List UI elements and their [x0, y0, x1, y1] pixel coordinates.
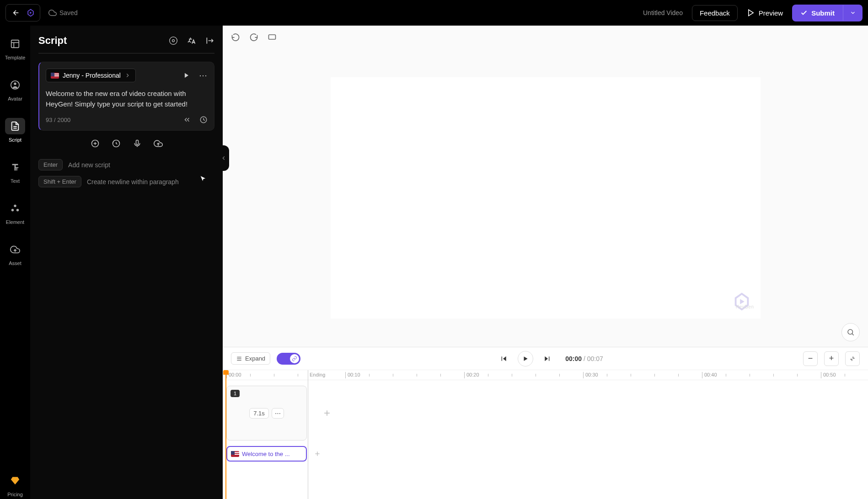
- ending-marker: [308, 370, 308, 499]
- submit-group: Submit: [792, 5, 863, 21]
- expand-button[interactable]: Expand: [231, 352, 270, 365]
- nav-element[interactable]: Element: [3, 198, 27, 227]
- search-icon: [847, 328, 855, 336]
- rewind-icon[interactable]: [183, 116, 191, 124]
- scene-clip[interactable]: 1 7.1s ⋯: [226, 386, 307, 441]
- voice-selector[interactable]: Jenny - Professional: [46, 69, 136, 82]
- svg-point-22: [848, 329, 853, 334]
- ruler-tick: 00:50: [821, 372, 836, 378]
- play-button[interactable]: [518, 351, 533, 366]
- cloud-icon: [48, 9, 57, 17]
- time-display: 00:00 / 00:07: [565, 355, 603, 362]
- upload-icon[interactable]: [154, 139, 163, 148]
- translate-icon[interactable]: [187, 36, 196, 45]
- add-audio-button[interactable]: [311, 446, 324, 462]
- text-icon: [10, 162, 20, 172]
- collapse-panel[interactable]: [218, 145, 229, 171]
- play-icon[interactable]: [183, 72, 190, 79]
- svg-line-23: [852, 334, 854, 335]
- mic-icon[interactable]: [133, 139, 142, 148]
- svg-marker-27: [503, 356, 506, 361]
- svg-point-8: [14, 205, 16, 207]
- canvas-frame[interactable]: HeyGen: [331, 77, 761, 319]
- submit-button[interactable]: Submit: [792, 5, 843, 21]
- saved-label: Saved: [59, 9, 78, 16]
- skip-back-icon[interactable]: [500, 355, 508, 362]
- ruler-tick: 00:20: [464, 372, 479, 378]
- hint-enter: Enter Add new script: [38, 159, 214, 170]
- play-fill-icon: [522, 356, 529, 362]
- svg-marker-13: [185, 73, 188, 78]
- hint-shift-enter: Shift + Enter Create newline within para…: [38, 176, 214, 187]
- save-status: Saved: [48, 9, 78, 17]
- add-icon[interactable]: [91, 139, 100, 148]
- history-icon[interactable]: [112, 139, 121, 148]
- ruler-tick: 00:10: [345, 372, 360, 378]
- export-icon[interactable]: [205, 36, 214, 45]
- template-icon: [10, 39, 20, 49]
- add-scene-button[interactable]: [314, 386, 340, 441]
- timeline-ruler[interactable]: Ending 00:0000:1000:2000:3000:4000:50: [223, 370, 868, 380]
- svg-point-11: [172, 40, 175, 42]
- submit-dropdown[interactable]: [843, 5, 863, 21]
- script-card: Jenny - Professional ⋯ Welcome to the ne…: [38, 62, 214, 131]
- scene-more-icon[interactable]: ⋯: [272, 408, 284, 419]
- svg-rect-21: [269, 35, 276, 39]
- aspect-ratio-icon[interactable]: [268, 32, 277, 42]
- undo-icon[interactable]: [231, 32, 240, 42]
- nav-template[interactable]: Template: [3, 34, 27, 62]
- panel-title: Script: [38, 35, 67, 47]
- ruler-tick: 00:30: [583, 372, 598, 378]
- sidebar-nav: Template Avatar Script Text Element Asse…: [0, 26, 30, 499]
- svg-rect-1: [11, 40, 19, 48]
- svg-marker-30: [545, 356, 548, 361]
- svg-marker-29: [524, 356, 528, 361]
- chevron-right-icon: [124, 72, 131, 79]
- preview-button[interactable]: Preview: [747, 9, 783, 17]
- playhead[interactable]: [225, 370, 226, 499]
- nav-asset[interactable]: Asset: [3, 239, 27, 268]
- redo-icon[interactable]: [249, 32, 258, 42]
- nav-avatar[interactable]: Avatar: [3, 75, 27, 103]
- zoom-search-button[interactable]: [841, 323, 860, 341]
- zoom-in-button[interactable]: +: [824, 351, 839, 366]
- avatar-icon: [10, 80, 20, 90]
- canvas-area: HeyGen Expand: [223, 26, 868, 499]
- skip-forward-icon[interactable]: [543, 355, 551, 362]
- svg-point-9: [11, 209, 14, 212]
- nav-pricing[interactable]: Pricing: [3, 471, 27, 499]
- timeline-tracks: 1 7.1s ⋯ Welcome to the ...: [223, 380, 868, 499]
- timeline: Expand 00:00 / 00:07: [223, 347, 868, 499]
- script-icon: [10, 121, 20, 131]
- snap-toggle[interactable]: [277, 353, 300, 365]
- svg-point-5: [14, 83, 16, 85]
- fit-button[interactable]: [845, 351, 860, 366]
- scene-duration: 7.1s: [249, 408, 269, 419]
- topbar: Saved Untitled Video Feedback Preview Su…: [0, 0, 868, 26]
- plus-icon: [322, 409, 332, 418]
- flag-us-icon: [231, 451, 239, 457]
- script-textarea[interactable]: Welcome to the new era of video creation…: [46, 89, 208, 109]
- clock-icon[interactable]: [199, 116, 208, 124]
- play-outline-icon: [747, 9, 755, 17]
- ai-icon[interactable]: [169, 36, 178, 45]
- feedback-button[interactable]: Feedback: [692, 5, 738, 21]
- canvas-toolbar: [223, 26, 868, 48]
- chevron-left-icon: [220, 155, 227, 161]
- heygen-logo-icon[interactable]: [26, 8, 35, 17]
- audio-clip[interactable]: Welcome to the ...: [226, 446, 307, 462]
- chevron-down-icon: [850, 10, 856, 16]
- char-count: 93 / 2000: [46, 117, 70, 123]
- list-icon: [236, 356, 242, 362]
- more-icon[interactable]: ⋯: [199, 70, 208, 80]
- back-button[interactable]: [11, 7, 21, 18]
- nav-script[interactable]: Script: [3, 116, 27, 144]
- ruler-tick: 00:40: [702, 372, 717, 378]
- plus-icon: [314, 450, 321, 457]
- collapse-arrows-icon: [849, 356, 856, 362]
- zoom-out-button[interactable]: −: [803, 351, 818, 366]
- diamond-icon: [10, 476, 20, 486]
- asset-icon: [10, 244, 20, 255]
- nav-text[interactable]: Text: [3, 157, 27, 186]
- video-title[interactable]: Untitled Video: [643, 9, 683, 16]
